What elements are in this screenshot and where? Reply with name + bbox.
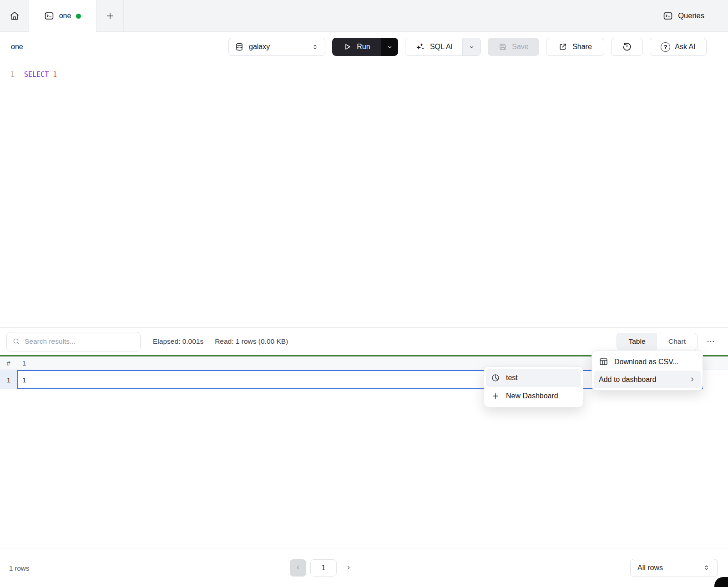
sql-console-page: one Queries one [0,0,728,587]
sql-ai-split-button: SQL AI [405,38,481,56]
new-dashboard-menu-item[interactable]: New Dashboard [486,387,581,405]
database-select[interactable]: galaxy [228,38,325,56]
queries-terminal-icon [663,11,673,21]
index-column-header: # [0,356,17,370]
share-icon [558,42,567,51]
chevron-left-icon [295,564,302,571]
row-index-cell[interactable]: 1 [0,370,17,389]
search-results-input[interactable] [25,337,135,346]
current-page-button[interactable]: 1 [310,559,337,577]
results-more-button[interactable] [703,333,718,350]
search-results-box [6,332,141,351]
run-label: Run [357,43,370,51]
plus-icon [491,391,500,401]
save-button[interactable]: Save [488,38,539,56]
sql-literal: 1 [53,70,57,79]
queries-button[interactable]: Queries [663,0,728,31]
database-icon [235,42,244,51]
updown-chevron-icon [311,43,319,51]
sparkles-icon [415,42,425,52]
code-line: SELECT1 [15,70,57,327]
chevron-right-icon [689,376,696,383]
dashboard-item-label: test [506,374,576,382]
new-tab-button[interactable] [96,0,124,31]
unsaved-status-dot [76,14,81,19]
page-size-select[interactable]: All rows [630,559,718,577]
database-value: galaxy [249,43,306,51]
ask-ai-button[interactable]: Ask AI [650,38,707,56]
chevron-down-icon [386,44,393,50]
query-title: one [11,43,23,51]
add-to-dashboard-menu-item[interactable]: Add to dashboard [594,371,701,388]
home-icon [9,10,20,21]
sql-keyword: SELECT [24,70,49,79]
pie-chart-icon [491,373,500,382]
query-toolbar: one galaxy Run [0,32,728,62]
line-number: 1 [0,70,15,327]
sql-editor[interactable]: 1 SELECT1 [0,62,728,327]
page-size-value: All rows [637,564,703,572]
add-to-dashboard-label: Add to dashboard [599,376,683,384]
previous-page-button[interactable] [290,559,306,577]
run-split-button: Run [332,38,398,56]
ellipsis-icon [706,337,715,346]
rows-count: 1 rows [9,564,29,572]
sql-ai-label: SQL AI [430,43,453,51]
pagination: 1 [290,559,355,577]
history-icon [622,42,632,52]
chart-view-tab[interactable]: Chart [657,333,697,350]
play-icon [343,42,352,51]
dashboard-submenu: test New Dashboard [484,366,583,407]
toolbar-controls: galaxy Run [228,38,707,56]
next-page-button[interactable] [341,559,355,577]
results-footer: 1 rows 1 All rows [0,548,728,587]
share-label: Share [572,43,592,51]
tab-bar: one Queries [0,0,728,32]
history-button[interactable] [611,38,643,56]
download-csv-label: Download as CSV... [614,358,696,366]
chevron-right-icon [345,564,352,571]
save-label: Save [512,43,528,51]
run-options-button[interactable] [381,38,398,56]
run-button[interactable]: Run [332,38,381,56]
read-stat: Read: 1 rows (0.00 KB) [215,337,288,346]
sql-ai-button[interactable]: SQL AI [405,38,462,55]
search-icon [12,337,20,346]
download-csv-menu-item[interactable]: Download as CSV... [594,353,701,371]
view-toggle: Table Chart [617,333,698,350]
queries-label: Queries [678,11,704,20]
new-dashboard-label: New Dashboard [506,392,576,400]
tab-bar-spacer [124,0,663,31]
tab-label: one [59,12,71,20]
table-view-tab[interactable]: Table [617,333,657,350]
elapsed-stat: Elapsed: 0.001s [153,337,203,346]
dashboard-item-test[interactable]: test [486,369,581,387]
tab-one[interactable]: one [29,0,96,32]
home-tab[interactable] [0,0,29,31]
ask-ai-label: Ask AI [675,43,695,51]
updown-chevron-icon [703,564,710,572]
chevron-down-icon [468,44,475,50]
share-button[interactable]: Share [546,38,604,56]
sql-ai-options-button[interactable] [462,38,480,55]
terminal-icon [44,11,54,21]
plus-icon [105,11,115,21]
save-icon [498,42,507,51]
csv-table-icon [599,357,608,366]
question-icon [661,42,670,52]
results-context-menu: Download as CSV... Add to dashboard [592,351,703,391]
